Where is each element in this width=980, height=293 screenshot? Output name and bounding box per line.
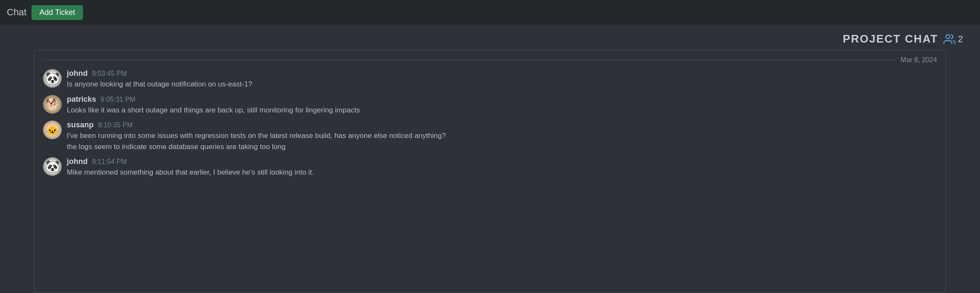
message-content: patricks9:05:31 PMLooks like it was a sh… bbox=[67, 95, 937, 116]
message-meta: patricks9:05:31 PM bbox=[67, 95, 937, 104]
users-icon bbox=[943, 33, 955, 45]
message-time: 9:05:31 PM bbox=[100, 96, 135, 103]
message-text-continued: the logs seem to indicate some database … bbox=[67, 141, 937, 152]
svg-point-0 bbox=[946, 34, 950, 38]
project-chat-title: PROJECT CHAT bbox=[843, 32, 938, 46]
message-item: johnd9:11:54 PMMike mentioned something … bbox=[43, 157, 937, 178]
chat-label: Chat bbox=[7, 7, 26, 18]
message-time: 9:10:35 PM bbox=[98, 121, 133, 129]
message-item: johnd9:03:45 PMIs anyone looking at that… bbox=[43, 69, 937, 90]
message-content: susanp9:10:35 PMI've been running into s… bbox=[67, 121, 937, 152]
add-ticket-button[interactable]: Add Ticket bbox=[31, 5, 83, 20]
message-text: Looks like it was a short outage and thi… bbox=[67, 105, 937, 116]
date-divider: Mar 8, 2024 bbox=[34, 50, 946, 67]
avatar bbox=[43, 121, 62, 139]
main-content: PROJECT CHAT 2 Mar 8, 2024 johnd9:03:45 … bbox=[0, 25, 980, 293]
message-time: 9:11:54 PM bbox=[92, 158, 127, 166]
users-icon-group: 2 bbox=[943, 33, 963, 45]
top-bar: Chat Add Ticket bbox=[0, 0, 980, 25]
date-divider-text: Mar 8, 2024 bbox=[894, 56, 937, 64]
message-text: Mike mentioned something about that earl… bbox=[67, 167, 937, 178]
message-text: I've been running into some issues with … bbox=[67, 130, 937, 141]
message-author: patricks bbox=[67, 95, 96, 104]
message-meta: johnd9:03:45 PM bbox=[67, 69, 937, 78]
message-author: susanp bbox=[67, 121, 94, 129]
date-divider-line bbox=[43, 60, 894, 60]
project-chat-header: PROJECT CHAT 2 bbox=[0, 25, 980, 50]
message-text: Is anyone looking at that outage notific… bbox=[67, 79, 937, 90]
avatar bbox=[43, 95, 62, 114]
message-item: susanp9:10:35 PMI've been running into s… bbox=[43, 121, 937, 152]
message-content: johnd9:11:54 PMMike mentioned something … bbox=[67, 157, 937, 178]
message-meta: johnd9:11:54 PM bbox=[67, 157, 937, 166]
users-count: 2 bbox=[958, 34, 963, 45]
message-item: patricks9:05:31 PMLooks like it was a sh… bbox=[43, 95, 937, 116]
messages-list: johnd9:03:45 PMIs anyone looking at that… bbox=[34, 67, 946, 192]
avatar bbox=[43, 69, 62, 88]
message-content: johnd9:03:45 PMIs anyone looking at that… bbox=[67, 69, 937, 90]
message-author: johnd bbox=[67, 157, 88, 166]
avatar bbox=[43, 157, 62, 176]
message-author: johnd bbox=[67, 69, 88, 78]
chat-window[interactable]: Mar 8, 2024 johnd9:03:45 PMIs anyone loo… bbox=[34, 50, 946, 293]
message-meta: susanp9:10:35 PM bbox=[67, 121, 937, 129]
message-time: 9:03:45 PM bbox=[92, 70, 127, 78]
